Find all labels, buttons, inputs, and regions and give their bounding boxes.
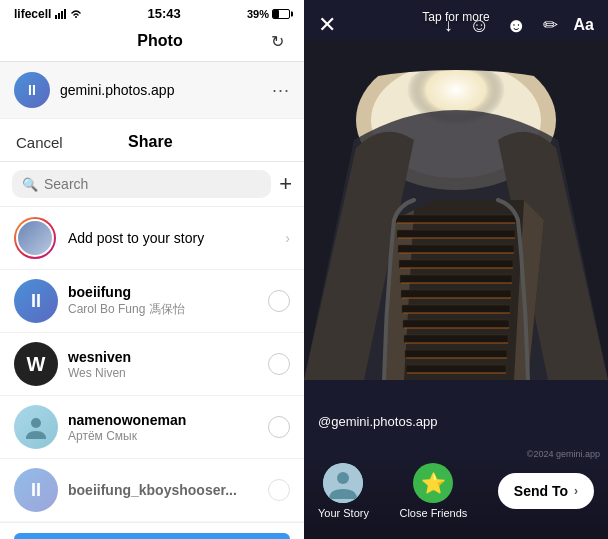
your-story-icon [323, 463, 363, 503]
svg-rect-18 [405, 350, 507, 358]
user-name: wesniven [68, 349, 268, 365]
your-story-button[interactable]: Your Story [318, 463, 369, 519]
user-name: namenowoneman [68, 412, 268, 428]
share-sheet: Cancel Share 🔍 + Add post to your story … [0, 119, 304, 539]
avatar: W [14, 342, 58, 386]
story-bottom-bar: Your Story ⭐ Close Friends Send To › [304, 453, 608, 539]
avatar: II [14, 279, 58, 323]
close-friends-label: Close Friends [399, 507, 467, 519]
search-icon: 🔍 [22, 177, 38, 192]
story-ring [14, 217, 56, 259]
chevron-right-icon: › [285, 230, 290, 246]
status-left: lifecell [14, 7, 81, 21]
share-header: Cancel Share [0, 119, 304, 162]
svg-rect-15 [402, 305, 510, 313]
svg-rect-17 [404, 335, 508, 343]
svg-rect-13 [400, 275, 512, 283]
svg-rect-9 [396, 215, 516, 223]
chevron-right-icon: › [574, 484, 578, 498]
signal-icon [55, 9, 67, 19]
svg-rect-11 [398, 245, 514, 253]
user-info: namenowoneman Артём Смык [68, 412, 268, 443]
svg-point-4 [31, 418, 41, 428]
avatar [14, 405, 58, 449]
svg-point-32 [337, 472, 349, 484]
svg-rect-2 [61, 11, 63, 19]
search-input[interactable] [44, 176, 261, 192]
battery-percentage: 39% [247, 8, 269, 20]
add-button[interactable]: + [279, 173, 292, 195]
avatar-person-icon [22, 413, 50, 441]
send-to-label: Send To [514, 483, 568, 499]
list-item[interactable]: W wesniven Wes Niven [0, 333, 304, 396]
left-panel: lifecell 15:43 39% Photo ↻ [0, 0, 304, 539]
user-handle: Артём Смык [68, 429, 268, 443]
status-right: 39% [247, 8, 290, 20]
select-radio[interactable] [268, 416, 290, 438]
status-bar: lifecell 15:43 39% [0, 0, 304, 25]
pen-icon[interactable]: ✏ [543, 14, 558, 36]
select-radio[interactable] [268, 479, 290, 501]
wifi-icon [71, 9, 81, 19]
app-name: gemini.photos.app [60, 82, 272, 98]
svg-rect-19 [406, 365, 506, 373]
story-item-label: Add post to your story [68, 230, 285, 246]
search-bar-wrap: 🔍 + [0, 162, 304, 207]
nav-title: Photo [137, 32, 182, 50]
svg-rect-12 [399, 260, 513, 268]
svg-rect-16 [403, 320, 509, 328]
user-handle: Wes Niven [68, 366, 268, 380]
search-bar[interactable]: 🔍 [12, 170, 271, 198]
story-image [304, 40, 608, 380]
add-to-story-item[interactable]: Add post to your story › [0, 207, 304, 270]
user-info: wesniven Wes Niven [68, 349, 268, 380]
list-item[interactable]: II boeiifung_kboyshooser... [0, 459, 304, 522]
app-avatar: II [14, 72, 50, 108]
svg-rect-1 [58, 13, 60, 19]
cancel-button[interactable]: Cancel [16, 134, 63, 151]
close-button[interactable]: ✕ [318, 12, 336, 38]
story-username: @gemini.photos.app [318, 414, 437, 429]
user-name: boeiifung [68, 284, 268, 300]
carrier-text: lifecell [14, 7, 51, 21]
select-radio[interactable] [268, 353, 290, 375]
face-icon[interactable]: ☻ [506, 14, 527, 37]
your-story-label: Your Story [318, 507, 369, 519]
user-avatar-icon [323, 463, 363, 503]
list-item[interactable]: II boeiifung Carol Bo Fung 馮保怡 [0, 270, 304, 333]
share-title: Share [128, 133, 172, 151]
svg-rect-14 [401, 290, 511, 298]
right-panel: ✕ ↓ ☺ ☻ ✏ Aa Tap for more [304, 0, 608, 539]
user-info: boeiifung Carol Bo Fung 馮保怡 [68, 284, 268, 318]
battery-icon [272, 9, 290, 19]
user-handle: Carol Bo Fung 馮保怡 [68, 301, 268, 318]
app-row: II gemini.photos.app ··· [0, 62, 304, 119]
status-time: 15:43 [148, 6, 181, 21]
close-friends-icon: ⭐ [413, 463, 453, 503]
story-avatar-inner [16, 219, 54, 257]
svg-rect-3 [64, 9, 66, 19]
list-item[interactable]: namenowoneman Артём Смык [0, 396, 304, 459]
refresh-button[interactable]: ↻ [266, 29, 290, 53]
avatar: II [14, 468, 58, 512]
send-button[interactable]: Send [14, 533, 290, 539]
select-radio[interactable] [268, 290, 290, 312]
send-button-wrap: Send [0, 522, 304, 539]
user-name: boeiifung_kboyshooser... [68, 482, 268, 498]
tap-hint: Tap for more [422, 10, 489, 24]
app-more-button[interactable]: ··· [272, 80, 290, 101]
escalator-svg [304, 40, 608, 380]
close-friends-button[interactable]: ⭐ Close Friends [399, 463, 467, 519]
svg-rect-10 [397, 230, 515, 238]
send-to-button[interactable]: Send To › [498, 473, 594, 509]
user-info: boeiifung_kboyshooser... [68, 482, 268, 498]
nav-bar: Photo ↻ [0, 25, 304, 62]
svg-rect-0 [55, 15, 57, 19]
text-icon[interactable]: Aa [574, 16, 594, 34]
